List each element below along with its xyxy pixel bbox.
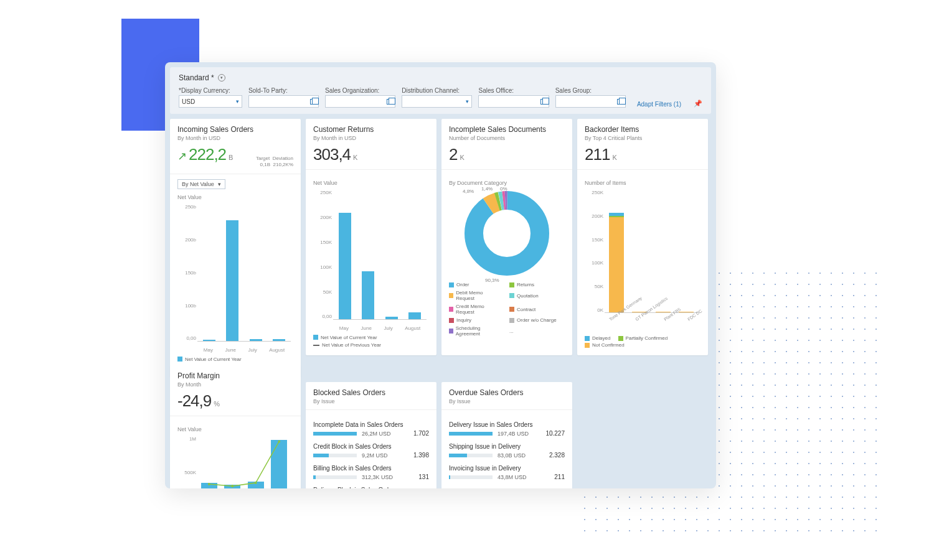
progress-bar	[449, 454, 493, 457]
svg-point-9	[278, 440, 280, 442]
issue-value: 197,4B USD	[498, 431, 540, 437]
issue-label: Invoicing Issue in Delivery	[449, 465, 565, 472]
progress-bar	[313, 432, 357, 436]
issue-count: 131	[418, 474, 429, 480]
chart-legend: Delayed Partially Confirmed Not Confirme…	[585, 335, 700, 349]
issue-label: Billing Block in Sales Orders	[313, 465, 429, 472]
value-help-icon[interactable]	[540, 99, 546, 105]
progress-bar	[449, 432, 493, 436]
view-by-dropdown[interactable]: By Net Value▾	[177, 179, 225, 189]
svg-point-0	[474, 200, 540, 266]
issue-value: 9,2M USD	[362, 452, 408, 459]
card-title: Overdue Sales Orders	[449, 388, 565, 397]
filter-label-distch: Distribution Channel:	[402, 87, 472, 94]
filter-label-salesorg: Sales Organization:	[325, 87, 395, 94]
card-blocked-orders[interactable]: Blocked Sales Orders By Issue Incomplete…	[306, 382, 436, 488]
issue-label: Delivery Issue in Sales Orders	[449, 421, 565, 428]
card-subtitle: By Month	[177, 381, 293, 388]
chevron-down-icon: ▾	[218, 181, 221, 187]
issue-label: Shipping Issue in Delivery	[449, 443, 565, 450]
card-subtitle: By Month in USD	[177, 135, 293, 141]
svg-point-8	[255, 482, 257, 484]
issue-label: Delivery Block in Sales Orders	[313, 487, 429, 488]
issue-count: 1.398	[413, 452, 429, 459]
card-subtitle: Number of Documents	[449, 135, 565, 141]
filter-label-soldto: Sold-To Party:	[248, 87, 319, 94]
trend-up-icon: ↗	[177, 150, 186, 162]
issue-row[interactable]: Incomplete Data in Sales Orders 26,2M US…	[313, 421, 429, 437]
issue-value: 26,2M USD	[362, 431, 408, 437]
card-backorder-items[interactable]: Backorder Items By Top 4 Critical Plants…	[577, 119, 708, 355]
section-label: Number of Items	[585, 180, 700, 186]
card-subtitle: By Issue	[313, 398, 429, 404]
sales-org-input[interactable]	[325, 95, 395, 108]
filter-bar: Standard * ▾ *Display Currency: USD ▾ So…	[170, 67, 711, 114]
section-label: Net Value	[177, 426, 293, 432]
card-customer-returns[interactable]: Customer Returns By Month in USD 303,4K …	[306, 119, 436, 355]
progress-bar	[313, 475, 357, 479]
card-title: Incoming Sales Orders	[177, 125, 293, 134]
app-window: Standard * ▾ *Display Currency: USD ▾ So…	[165, 62, 716, 488]
issue-row[interactable]: Invoicing Issue in Delivery 43,8M USD 21…	[449, 465, 565, 480]
kpi-value: ↗222,2B	[177, 145, 232, 164]
issue-row[interactable]: Billing Block in Sales Orders 312,3K USD…	[313, 465, 429, 480]
issue-label: Incomplete Data in Sales Orders	[313, 421, 429, 428]
issue-count: 1.702	[413, 430, 429, 437]
card-title: Incomplete Sales Documents	[449, 125, 565, 134]
card-title: Customer Returns	[313, 125, 429, 134]
svg-point-7	[231, 485, 234, 487]
progress-bar	[313, 454, 357, 457]
chevron-down-icon[interactable]: ▾	[218, 74, 225, 82]
card-overdue-orders[interactable]: Overdue Sales Orders By Issue Delivery I…	[441, 382, 572, 488]
issue-value: 83,0B USD	[498, 452, 544, 459]
value-help-icon[interactable]	[617, 99, 623, 105]
adapt-filters-link[interactable]: Adapt Filters (1)	[637, 101, 681, 108]
returns-chart: 250K200K150K100K50K0,00 MayJuneJulyAugus…	[313, 190, 429, 331]
chevron-down-icon: ▾	[466, 98, 469, 105]
section-label: By Document Category	[449, 180, 565, 186]
kpi-value: 211K	[585, 145, 700, 164]
kpi-target: Target Deviation 0,1B 210,2K%	[256, 156, 293, 169]
section-label: Net Value	[313, 180, 429, 186]
card-subtitle: By Month in USD	[313, 135, 429, 141]
issue-row[interactable]: Delivery Issue in Sales Orders 197,4B US…	[449, 421, 565, 437]
value-help-icon[interactable]	[310, 99, 316, 105]
card-profit-margin[interactable]: Profit Margin By Month -24,9% Net Value …	[170, 365, 301, 488]
issue-value: 312,3K USD	[362, 474, 413, 480]
issue-row[interactable]: Shipping Issue in Delivery 83,0B USD 2.3…	[449, 443, 565, 459]
chart-legend: Net Value of Current Year Net Value of P…	[313, 335, 429, 350]
filter-label-office: Sales Office:	[478, 87, 549, 94]
dist-channel-select[interactable]: ▾	[402, 95, 472, 108]
card-incomplete-docs[interactable]: Incomplete Sales Documents Number of Doc…	[441, 119, 572, 355]
sold-to-party-input[interactable]	[248, 95, 319, 108]
issue-row[interactable]: Delivery Block in Sales Orders 267,0K US…	[313, 487, 429, 488]
card-subtitle: By Top 4 Critical Plants	[585, 135, 700, 141]
kpi-value: -24,9%	[177, 391, 293, 411]
value-help-icon[interactable]	[387, 99, 392, 105]
chevron-down-icon: ▾	[236, 98, 239, 105]
issue-label: Credit Block in Sales Orders	[313, 443, 429, 450]
kpi-value: 303,4K	[313, 145, 429, 164]
card-subtitle: By Issue	[449, 398, 565, 404]
issue-row[interactable]: Credit Block in Sales Orders 9,2M USD 1.…	[313, 443, 429, 459]
issue-count: 211	[554, 474, 565, 480]
display-currency-select[interactable]: USD ▾	[179, 95, 242, 108]
sales-group-input[interactable]	[555, 95, 626, 108]
sales-office-input[interactable]	[478, 95, 549, 108]
donut-chart: 4,8% 1,4% 0% 90,3%	[449, 190, 565, 277]
card-title: Backorder Items	[585, 125, 700, 134]
card-title: Profit Margin	[177, 371, 293, 380]
issue-value: 43,8M USD	[498, 474, 549, 480]
issue-count: 2.328	[549, 452, 565, 459]
svg-point-6	[208, 483, 210, 485]
incoming-chart: 250b200b150b100b0,00 MayJuneJulyAugust	[177, 204, 293, 353]
filter-label-group: Sales Group:	[555, 87, 626, 94]
pin-icon[interactable]: 📌	[694, 100, 702, 108]
issue-count: 10.227	[545, 430, 565, 437]
kpi-value: 2K	[449, 145, 565, 164]
section-label: Net Value	[177, 194, 293, 200]
filter-label-currency: *Display Currency:	[179, 87, 242, 94]
variant-title[interactable]: Standard *	[179, 73, 214, 82]
card-incoming-sales[interactable]: Incoming Sales Orders By Month in USD ↗2…	[170, 119, 301, 377]
progress-bar	[449, 475, 493, 479]
